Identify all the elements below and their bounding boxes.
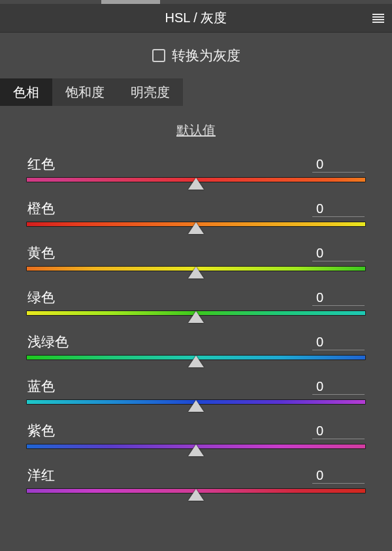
slider-purple-value[interactable]: 0	[312, 424, 365, 439]
slider-green-track[interactable]	[26, 310, 366, 329]
slider-magenta-track[interactable]	[26, 488, 366, 507]
slider-red-value[interactable]: 0	[312, 157, 365, 173]
slider-thumb-icon[interactable]	[188, 178, 204, 190]
slider-magenta: 洋红 0	[26, 466, 366, 507]
grayscale-row: 转换为灰度	[0, 33, 392, 78]
slider-blue-track[interactable]	[26, 399, 366, 418]
slider-purple: 紫色 0	[26, 422, 366, 462]
slider-red: 红色 0	[26, 155, 366, 195]
default-row: 默认值	[0, 106, 392, 155]
slider-aqua: 浅绿色 0	[26, 333, 366, 373]
grayscale-label: 转换为灰度	[172, 46, 240, 65]
slider-yellow-track[interactable]	[26, 266, 366, 284]
slider-orange-value[interactable]: 0	[312, 201, 365, 217]
hamburger-icon[interactable]	[372, 14, 384, 23]
default-link[interactable]: 默认值	[176, 122, 216, 139]
slider-yellow-value[interactable]: 0	[312, 246, 365, 261]
slider-purple-track[interactable]	[26, 444, 366, 462]
slider-yellow-label: 黄色	[27, 244, 55, 262]
slider-orange: 橙色 0	[26, 199, 366, 240]
slider-orange-label: 橙色	[27, 199, 55, 218]
slider-yellow: 黄色 0	[26, 244, 366, 284]
slider-thumb-icon[interactable]	[188, 356, 204, 367]
slider-blue: 蓝色 0	[26, 377, 366, 418]
slider-thumb-icon[interactable]	[188, 222, 204, 234]
slider-red-label: 红色	[27, 155, 55, 173]
slider-green-value[interactable]: 0	[312, 290, 365, 306]
slider-magenta-label: 洋红	[27, 466, 55, 484]
sliders-container: 红色 0 橙色 0 黄色 0 绿色 0	[0, 155, 392, 507]
panel-header: HSL / 灰度	[0, 4, 392, 33]
slider-green: 绿色 0	[26, 288, 366, 329]
slider-blue-label: 蓝色	[27, 377, 55, 395]
tab-hue[interactable]: 色相	[0, 78, 52, 106]
slider-aqua-track[interactable]	[26, 355, 366, 373]
slider-thumb-icon[interactable]	[188, 400, 204, 412]
slider-thumb-icon[interactable]	[188, 489, 204, 501]
grayscale-checkbox[interactable]	[152, 49, 165, 62]
tab-luminance[interactable]: 明亮度	[118, 78, 183, 106]
slider-blue-value[interactable]: 0	[312, 379, 365, 395]
panel-title: HSL / 灰度	[165, 9, 227, 27]
slider-thumb-icon[interactable]	[188, 267, 204, 278]
slider-green-label: 绿色	[27, 288, 55, 307]
slider-aqua-value[interactable]: 0	[312, 335, 365, 350]
tabs: 色相 饱和度 明亮度	[0, 78, 392, 106]
slider-red-track[interactable]	[26, 177, 366, 195]
slider-aqua-label: 浅绿色	[27, 333, 69, 351]
slider-thumb-icon[interactable]	[188, 311, 204, 323]
tab-saturation[interactable]: 饱和度	[52, 78, 118, 106]
slider-orange-track[interactable]	[26, 222, 366, 240]
slider-thumb-icon[interactable]	[188, 444, 204, 456]
slider-purple-label: 紫色	[27, 422, 55, 440]
slider-magenta-value[interactable]: 0	[312, 468, 365, 484]
